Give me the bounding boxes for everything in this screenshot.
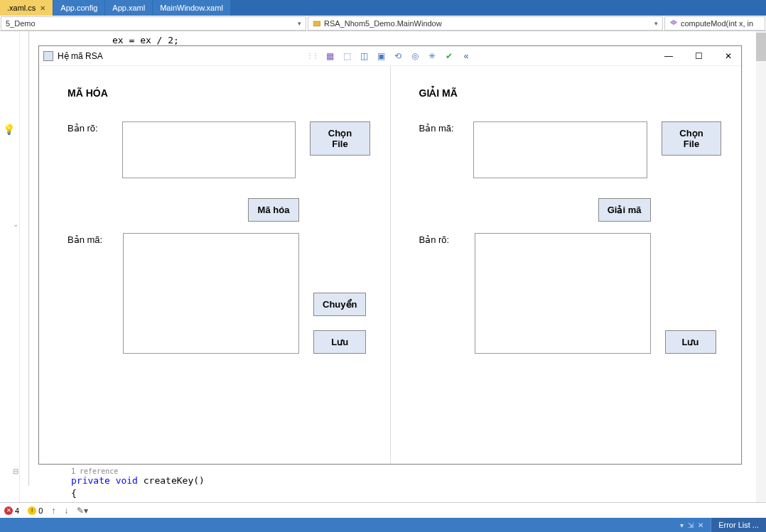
transfer-button[interactable]: Chuyển <box>313 293 366 316</box>
plaintext-input[interactable] <box>122 121 296 178</box>
checkmark-icon[interactable]: ✔ <box>441 49 457 63</box>
window-title: Hệ mã RSA <box>58 51 103 61</box>
error-count[interactable]: ✕ 4 <box>4 506 19 515</box>
method-icon <box>669 19 678 28</box>
tab-label: App.config <box>60 4 97 12</box>
plaintext-label: Bản rõ: <box>68 121 122 134</box>
scan-icon[interactable]: ◎ <box>407 49 423 63</box>
light-bulb-icon[interactable]: 💡 <box>3 124 15 135</box>
dropdown-icon[interactable]: ▾ <box>680 521 684 529</box>
tab-app-config[interactable]: App.config <box>53 0 105 16</box>
accessibility-icon[interactable]: ✳ <box>424 49 440 63</box>
plaintext-output[interactable] <box>475 233 651 354</box>
encode-heading: MÃ HÓA <box>68 87 370 99</box>
chevron-down-icon[interactable]: ⌄ <box>13 220 18 228</box>
nav-class-label: RSA_Nhom5_Demo.MainWindow <box>324 19 442 28</box>
nav-project-combo[interactable]: 5_Demo ▾ <box>1 16 306 31</box>
tab-label: MainWindow.xaml <box>160 4 223 12</box>
error-count-value: 4 <box>15 506 19 515</box>
tab-app-xaml[interactable]: App.xaml <box>105 0 153 16</box>
chevron-down-icon: ▾ <box>654 20 658 27</box>
display-layout-icon[interactable]: ◫ <box>356 49 372 63</box>
decode-heading: GIẢI MÃ <box>419 87 722 99</box>
hot-reload-icon[interactable]: ⟲ <box>390 49 406 63</box>
chevron-down-icon: ▾ <box>298 20 301 27</box>
warning-count-value: 0 <box>38 506 43 515</box>
designer-preview-window: Hệ mã RSA ⋮⋮ ▦ ⬚ ◫ ▣ ⟲ ◎ ✳ ✔ « — ☐ ✕ MÃ … <box>38 45 742 465</box>
tab-label: .xaml.cs <box>7 4 36 12</box>
collapse-toolbar-icon[interactable]: « <box>458 49 474 63</box>
svg-marker-1 <box>671 20 677 24</box>
maximize-icon[interactable]: ☐ <box>690 49 707 63</box>
nav-member-combo[interactable]: computeMod(int x, in <box>664 16 765 31</box>
debug-toolbar: ⋮⋮ ▦ ⬚ ◫ ▣ ⟲ ◎ ✳ ✔ « <box>306 49 474 63</box>
footer-pane-controls: ▾ ⇲ ✕ <box>680 521 703 529</box>
window-titlebar: Hệ mã RSA ⋮⋮ ▦ ⬚ ◫ ▣ ⟲ ◎ ✳ ✔ « — ☐ ✕ <box>39 46 741 66</box>
choose-file-button[interactable]: Chọn File <box>310 121 369 156</box>
ciphertext-label: Bản mã: <box>68 233 123 245</box>
decode-button[interactable]: Giải mã <box>598 198 651 222</box>
vertical-scrollbar[interactable] <box>756 31 766 502</box>
nav-row: 5_Demo ▾ RSA_Nhom5_Demo.MainWindow ▾ com… <box>0 16 766 31</box>
svg-rect-0 <box>314 21 320 26</box>
nav-up-icon[interactable]: ↑ <box>51 506 55 516</box>
live-visual-tree-icon[interactable]: ▦ <box>322 49 338 63</box>
brush-dropdown-icon[interactable]: ✎▾ <box>77 506 88 516</box>
tab-label: App.xaml <box>112 4 145 12</box>
class-icon <box>313 19 321 28</box>
choose-file-button[interactable]: Chọn File <box>662 121 721 156</box>
scrollbar-thumb[interactable] <box>756 33 766 61</box>
tab-xaml-cs[interactable]: .xaml.cs ✕ <box>0 0 53 16</box>
error-icon: ✕ <box>4 506 13 515</box>
close-icon[interactable]: ✕ <box>720 49 737 63</box>
error-list-label: Error List ... <box>718 521 759 529</box>
code-line: private void createKey() <box>71 474 205 487</box>
editor-gutter: 💡 ⌄ ⊟ <box>0 31 20 515</box>
pin-icon[interactable]: ⇲ <box>688 521 694 529</box>
plaintext-label: Bản rõ: <box>419 233 475 245</box>
save-button[interactable]: Lưu <box>313 330 366 354</box>
outline-guide <box>28 31 29 486</box>
minimize-icon[interactable]: — <box>660 49 677 63</box>
error-list-tab[interactable]: Error List ... <box>711 518 766 532</box>
document-tabs: .xaml.cs ✕ App.config App.xaml MainWindo… <box>0 0 766 16</box>
status-bar: ✕ 4 ! 0 ↑ ↓ ✎▾ <box>0 502 766 518</box>
nav-project-label: 5_Demo <box>6 19 36 28</box>
warning-icon: ! <box>28 506 36 515</box>
encode-panel: MÃ HÓA Bản rõ: Chọn File Mã hóa Bản mã: … <box>39 66 390 464</box>
decode-panel: GIẢI MÃ Bản mã: Chọn File Giải mã Bản rõ… <box>391 66 742 464</box>
ciphertext-label: Bản mã: <box>419 121 474 134</box>
app-icon <box>43 51 53 61</box>
code-line: { <box>71 487 77 500</box>
nav-down-icon[interactable]: ↓ <box>64 506 68 516</box>
encode-button[interactable]: Mã hóa <box>248 198 299 222</box>
close-icon[interactable]: ✕ <box>40 4 45 12</box>
nav-class-combo[interactable]: RSA_Nhom5_Demo.MainWindow ▾ <box>308 16 663 31</box>
save-button[interactable]: Lưu <box>665 330 716 354</box>
select-element-icon[interactable]: ⬚ <box>339 49 355 63</box>
ciphertext-input[interactable] <box>473 121 647 178</box>
close-icon[interactable]: ✕ <box>698 521 703 529</box>
footer-bar: ▾ ⇲ ✕ Error List ... <box>0 518 766 532</box>
warning-count[interactable]: ! 0 <box>28 506 43 515</box>
track-focused-icon[interactable]: ▣ <box>373 49 389 63</box>
toolbar-grip-icon[interactable]: ⋮⋮ <box>306 52 318 60</box>
collapse-minus-icon[interactable]: ⊟ <box>13 467 18 475</box>
nav-member-label: computeMod(int x, in <box>681 19 753 28</box>
tab-mainwindow-xaml[interactable]: MainWindow.xaml <box>153 0 231 16</box>
ciphertext-output[interactable] <box>123 233 299 354</box>
